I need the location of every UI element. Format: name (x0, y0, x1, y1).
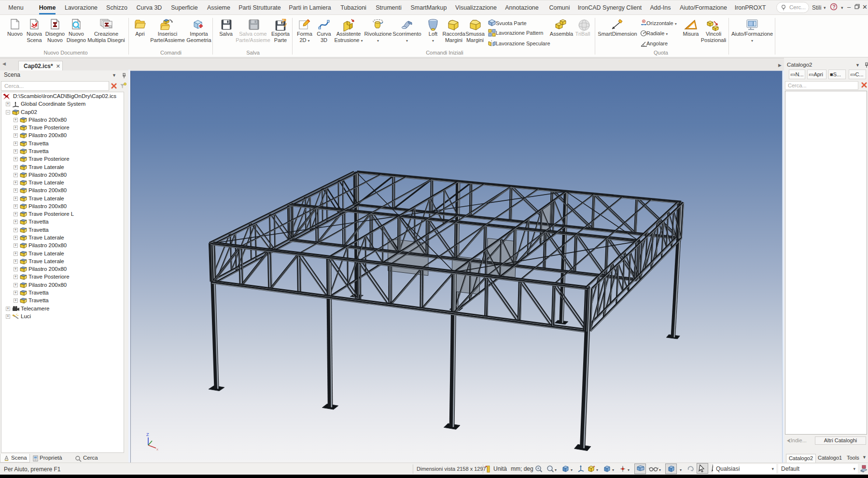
svg-text:?: ? (832, 4, 835, 10)
svg-text:x: x (156, 447, 158, 451)
svg-text:Z: Z (146, 432, 149, 437)
